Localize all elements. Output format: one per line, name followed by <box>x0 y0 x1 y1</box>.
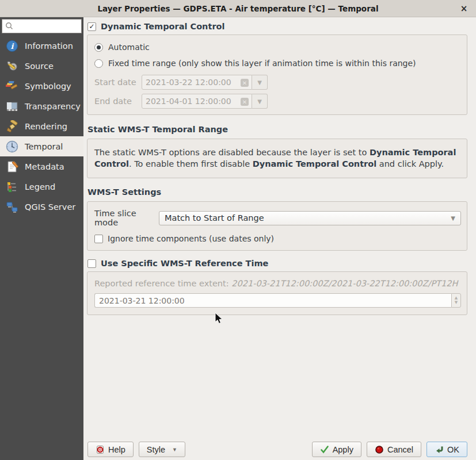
fixed-time-range-label: Fixed time range (only show this layer i… <box>108 59 416 68</box>
sidebar-item-label: Rendering <box>25 122 67 131</box>
rendering-icon <box>5 120 19 133</box>
wmst-settings-groupbox: Time slice mode Match to Start of Range … <box>87 201 467 251</box>
metadata-icon <box>5 160 19 174</box>
sidebar-item-label: Metadata <box>25 162 64 171</box>
sidebar-item-rendering[interactable]: Rendering <box>0 116 83 136</box>
temporal-panel: ✓ Dynamic Temporal Control Automatic Fix… <box>83 17 476 460</box>
static-wmst-heading: Static WMS-T Temporal Range <box>87 125 467 134</box>
sidebar-item-information[interactable]: i Information <box>0 36 83 56</box>
end-date-value[interactable]: 2021-04-01 12:00:00✕ <box>142 94 252 109</box>
apply-button-label: Apply <box>333 445 353 454</box>
close-icon[interactable]: × <box>458 0 470 17</box>
cancel-button-label: Cancel <box>387 445 413 454</box>
checkbox-unchecked-icon[interactable] <box>87 259 96 268</box>
time-slice-mode-value: Match to Start of Range <box>165 213 264 223</box>
reference-time-groupbox: Reported reference time extent: 2021-03-… <box>87 271 467 315</box>
layer-properties-dialog: Layer Properties — GDPS.ETA - Air temper… <box>0 0 476 460</box>
style-button-label: Style <box>147 445 165 454</box>
sidebar-item-temporal[interactable]: Temporal <box>0 136 83 156</box>
static-wmst-groupbox: The static WMS-T options are disabled be… <box>87 139 467 178</box>
fixed-time-range-radio[interactable]: Fixed time range (only show this layer i… <box>94 59 461 68</box>
help-button-label: Help <box>108 445 125 454</box>
calendar-dropdown-button[interactable]: ▼ <box>252 94 268 109</box>
chevron-down-icon: ▼ <box>451 215 455 221</box>
time-slice-mode-row: Time slice mode Match to Start of Range … <box>94 209 461 227</box>
spinner-buttons[interactable]: ▲▼ <box>451 293 461 308</box>
cancel-button[interactable]: Cancel <box>367 442 421 457</box>
temporal-icon <box>5 140 19 154</box>
wmst-settings-heading: WMS-T Settings <box>87 187 467 197</box>
end-date-label: End date <box>94 97 142 106</box>
help-icon <box>96 445 105 454</box>
dynamic-temporal-control-checkbox[interactable]: ✓ Dynamic Temporal Control <box>87 22 467 31</box>
sidebar-item-label: Symbology <box>25 82 71 91</box>
automatic-label: Automatic <box>108 43 150 52</box>
apply-button[interactable]: Apply <box>312 442 361 457</box>
cancel-icon <box>375 445 384 454</box>
static-wmst-notice: The static WMS-T options are disabled be… <box>93 145 461 171</box>
sidebar-item-label: Legend <box>25 182 55 191</box>
sidebar-item-transparency[interactable]: Transparency <box>0 96 83 116</box>
checkbox-checked-icon[interactable]: ✓ <box>87 22 96 31</box>
end-date-field: 2021-04-01 12:00:00✕ ▼ <box>142 94 268 109</box>
sidebar-item-symbology[interactable]: Symbology <box>0 76 83 96</box>
information-icon: i <box>5 39 19 53</box>
apply-check-icon <box>320 445 329 454</box>
sidebar-item-label: QGIS Server <box>25 202 75 212</box>
help-button[interactable]: Help <box>87 442 134 457</box>
use-reference-time-checkbox[interactable]: Use Specific WMS-T Reference Time <box>87 259 467 268</box>
sidebar-search <box>2 19 82 33</box>
qgis-server-icon <box>5 200 19 214</box>
sidebar-item-label: Source <box>25 62 54 71</box>
automatic-radio[interactable]: Automatic <box>94 43 461 52</box>
reported-reference-extent: Reported reference time extent: 2021-03-… <box>94 279 461 288</box>
transparency-icon <box>5 99 19 113</box>
sidebar-item-label: Information <box>25 41 73 51</box>
sidebar-item-label: Transparency <box>25 102 81 111</box>
use-reference-time-label: Use Specific WMS-T Reference Time <box>101 259 268 268</box>
symbology-icon <box>5 79 19 93</box>
ok-button-label: OK <box>447 445 459 454</box>
radio-unselected-icon[interactable] <box>94 59 103 68</box>
clear-icon[interactable]: ✕ <box>241 98 249 106</box>
chevron-down-icon: ▼ <box>172 447 177 453</box>
ok-button[interactable]: OK <box>427 442 467 457</box>
ok-arrow-icon <box>435 445 444 454</box>
radio-selected-icon[interactable] <box>94 43 103 52</box>
start-date-label: Start date <box>94 78 142 87</box>
dynamic-temporal-groupbox: Automatic Fixed time range (only show th… <box>87 34 467 115</box>
clear-icon[interactable]: ✕ <box>241 79 249 87</box>
properties-sidebar: i Information Source Symbology <box>0 17 83 460</box>
sidebar-item-qgis-server[interactable]: QGIS Server <box>0 197 83 217</box>
source-icon <box>5 59 19 73</box>
time-slice-mode-select[interactable]: Match to Start of Range ▼ <box>159 211 461 225</box>
spin-down-icon: ▼ <box>455 301 458 305</box>
dynamic-temporal-control-label: Dynamic Temporal Control <box>101 22 224 31</box>
start-date-value[interactable]: 2021-03-22 12:00:00✕ <box>142 75 252 90</box>
sidebar-item-legend[interactable]: Legend <box>0 177 83 197</box>
start-date-field: 2021-03-22 12:00:00✕ ▼ <box>142 75 268 90</box>
reference-time-value[interactable]: 2021-03-21 12:00:00 <box>94 293 451 308</box>
legend-icon <box>5 180 19 194</box>
search-icon <box>5 22 13 30</box>
dialog-button-box: Help Style ▼ Apply <box>86 442 467 459</box>
style-button[interactable]: Style ▼ <box>139 442 185 457</box>
checkbox-unchecked-icon[interactable] <box>94 235 103 243</box>
sidebar-item-label: Temporal <box>25 142 63 151</box>
start-date-row: Start date 2021-03-22 12:00:00✕ ▼ <box>94 75 461 90</box>
end-date-row: End date 2021-04-01 12:00:00✕ ▼ <box>94 94 461 109</box>
dialog-title: Layer Properties — GDPS.ETA - Air temper… <box>97 4 378 13</box>
ignore-time-components-checkbox[interactable]: Ignore time components (use dates only) <box>94 234 461 243</box>
reference-time-field: 2021-03-21 12:00:00 ▲▼ <box>94 293 461 308</box>
ignore-time-components-label: Ignore time components (use dates only) <box>108 234 274 243</box>
calendar-dropdown-button[interactable]: ▼ <box>252 75 268 90</box>
time-slice-mode-label: Time slice mode <box>94 209 159 227</box>
search-input[interactable] <box>2 19 82 33</box>
titlebar[interactable]: Layer Properties — GDPS.ETA - Air temper… <box>0 0 476 17</box>
sidebar-item-metadata[interactable]: Metadata <box>0 156 83 177</box>
sidebar-item-source[interactable]: Source <box>0 56 83 76</box>
